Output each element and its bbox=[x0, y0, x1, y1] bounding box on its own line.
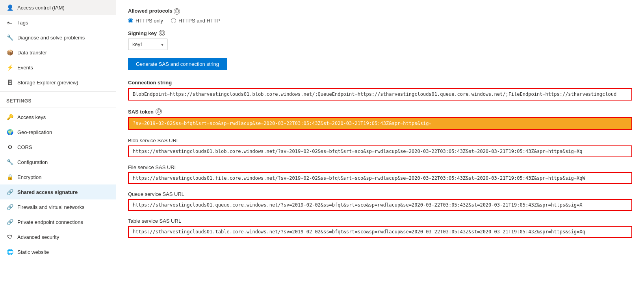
sidebar-item-label: Data transfer bbox=[17, 50, 47, 56]
sidebar-item-geo-replication[interactable]: 🌍 Geo-replication bbox=[0, 125, 116, 140]
sidebar-item-label: Encryption bbox=[17, 174, 41, 180]
https-only-radio[interactable] bbox=[128, 18, 133, 23]
transfer-icon: 📦 bbox=[6, 49, 13, 56]
file-sas-url-section: File service SAS URL bbox=[128, 164, 632, 184]
sidebar-item-label: Private endpoint connections bbox=[17, 219, 83, 225]
events-icon: ⚡ bbox=[6, 64, 13, 71]
queue-sas-url-section: Queue service SAS URL bbox=[128, 191, 632, 211]
sas-token-label: SAS token ⓘ bbox=[128, 108, 632, 115]
sidebar-item-label: Events bbox=[17, 65, 33, 71]
connection-string-input[interactable] bbox=[129, 89, 631, 100]
blob-sas-url-label: Blob service SAS URL bbox=[128, 138, 632, 143]
sidebar-divider-2 bbox=[0, 108, 116, 108]
sidebar-item-label: Access control (IAM) bbox=[17, 5, 65, 11]
sidebar-item-access-control[interactable]: 👤 Access control (IAM) bbox=[0, 0, 116, 15]
file-sas-url-input[interactable] bbox=[129, 173, 631, 183]
sas-token-box bbox=[128, 117, 632, 130]
sidebar-item-label: Storage Explorer (preview) bbox=[17, 80, 78, 86]
file-sas-url-label: File service SAS URL bbox=[128, 164, 632, 170]
blob-sas-url-input[interactable] bbox=[129, 146, 631, 156]
sidebar-item-tags[interactable]: 🏷 Tags bbox=[0, 15, 116, 30]
sidebar-item-cors[interactable]: ⚙ CORS bbox=[0, 140, 116, 155]
table-sas-url-label: Table service SAS URL bbox=[128, 218, 632, 224]
sidebar-item-label: Firewalls and virtual networks bbox=[17, 204, 85, 210]
key-icon: 🔑 bbox=[6, 114, 13, 121]
allowed-protocols-radio-group: HTTPS only HTTPS and HTTP bbox=[128, 18, 632, 24]
main-content: Allowed protocols ⓘ HTTPS only HTTPS and… bbox=[116, 0, 644, 285]
sidebar-item-encryption[interactable]: 🔒 Encryption bbox=[0, 170, 116, 184]
signing-key-info-icon[interactable]: ⓘ bbox=[159, 30, 165, 36]
link-icon: 🔗 bbox=[6, 188, 13, 196]
sidebar-item-private-endpoint[interactable]: 🔗 Private endpoint connections bbox=[0, 214, 116, 229]
sidebar-item-label: Geo-replication bbox=[17, 129, 52, 135]
sidebar-item-label: Diagnose and solve problems bbox=[17, 35, 85, 41]
signing-key-label: Signing key ⓘ bbox=[128, 30, 632, 36]
sidebar-item-firewalls[interactable]: 🔗 Firewalls and virtual networks bbox=[0, 199, 116, 214]
sidebar-divider bbox=[0, 91, 116, 92]
allowed-protocols-label: Allowed protocols ⓘ bbox=[128, 8, 632, 15]
sidebar-item-diagnose[interactable]: 🔧 Diagnose and solve problems bbox=[0, 30, 116, 45]
endpoint-icon: 🔗 bbox=[6, 218, 13, 225]
sas-token-section: SAS token ⓘ bbox=[128, 108, 632, 130]
signing-key-section: Signing key ⓘ key1 key2 ▼ bbox=[128, 30, 632, 50]
tag-icon: 🏷 bbox=[6, 19, 13, 26]
https-only-label: HTTPS only bbox=[135, 18, 163, 24]
connection-string-section: Connection string bbox=[128, 80, 632, 101]
sidebar-item-data-transfer[interactable]: 📦 Data transfer bbox=[0, 45, 116, 60]
sidebar: 👤 Access control (IAM) 🏷 Tags 🔧 Diagnose… bbox=[0, 0, 116, 285]
sidebar-item-label: Configuration bbox=[17, 159, 48, 165]
sidebar-item-label: Tags bbox=[17, 20, 28, 26]
storage-icon: 🗄 bbox=[6, 79, 13, 86]
signing-key-select[interactable]: key1 key2 bbox=[128, 39, 167, 50]
person-icon: 👤 bbox=[6, 4, 13, 11]
sidebar-item-configuration[interactable]: 🔧 Configuration bbox=[0, 155, 116, 170]
allowed-protocols-info-icon[interactable]: ⓘ bbox=[174, 8, 180, 15]
cors-icon: ⚙ bbox=[6, 143, 13, 151]
sidebar-item-label: Shared access signature bbox=[17, 189, 78, 195]
https-and-http-label: HTTPS and HTTP bbox=[178, 18, 220, 24]
signing-key-text: Signing key bbox=[128, 30, 157, 36]
web-icon: 🌐 bbox=[6, 248, 13, 255]
sidebar-item-storage-explorer[interactable]: 🗄 Storage Explorer (preview) bbox=[0, 75, 116, 90]
queue-sas-url-label: Queue service SAS URL bbox=[128, 191, 632, 197]
signing-key-select-wrapper: key1 key2 ▼ bbox=[128, 39, 167, 50]
sidebar-item-advanced-security[interactable]: 🛡 Advanced security bbox=[0, 229, 116, 244]
sidebar-item-label: Advanced security bbox=[17, 234, 59, 240]
sidebar-item-shared-access-signature[interactable]: 🔗 Shared access signature bbox=[0, 184, 116, 199]
settings-section-title: Settings bbox=[0, 93, 116, 106]
generate-sas-button[interactable]: Generate SAS and connection string bbox=[128, 58, 227, 70]
config-icon: 🔧 bbox=[6, 158, 13, 166]
firewall-icon: 🔗 bbox=[6, 203, 13, 210]
lock-icon: 🔒 bbox=[6, 173, 13, 181]
connection-string-label-text: Connection string bbox=[128, 80, 172, 86]
sidebar-item-events[interactable]: ⚡ Events bbox=[0, 60, 116, 75]
queue-sas-url-input[interactable] bbox=[129, 200, 631, 210]
table-sas-url-section: Table service SAS URL bbox=[128, 218, 632, 238]
queue-sas-url-box bbox=[128, 199, 632, 211]
sidebar-item-label: Access keys bbox=[17, 114, 46, 120]
globe-icon: 🌍 bbox=[6, 129, 13, 136]
https-http-radio[interactable] bbox=[171, 18, 176, 23]
shield-icon: 🛡 bbox=[6, 233, 13, 240]
sas-token-info-icon[interactable]: ⓘ bbox=[156, 108, 162, 115]
sidebar-item-static-website[interactable]: 🌐 Static website bbox=[0, 244, 116, 259]
sidebar-item-label: Static website bbox=[17, 249, 49, 255]
wrench-icon: 🔧 bbox=[6, 34, 13, 41]
table-sas-url-box bbox=[128, 226, 632, 238]
file-sas-url-box bbox=[128, 172, 632, 184]
https-only-option[interactable]: HTTPS only bbox=[128, 18, 163, 24]
sas-token-label-text: SAS token bbox=[128, 109, 154, 115]
sidebar-item-label: CORS bbox=[17, 144, 32, 150]
sas-token-input[interactable] bbox=[129, 118, 631, 129]
blob-sas-url-section: Blob service SAS URL bbox=[128, 138, 632, 157]
connection-string-label: Connection string bbox=[128, 80, 632, 86]
table-sas-url-input[interactable] bbox=[129, 227, 631, 237]
sidebar-item-access-keys[interactable]: 🔑 Access keys bbox=[0, 110, 116, 125]
connection-string-box bbox=[128, 88, 632, 101]
blob-sas-url-box bbox=[128, 145, 632, 157]
allowed-protocols-text: Allowed protocols bbox=[128, 8, 173, 14]
https-and-http-option[interactable]: HTTPS and HTTP bbox=[171, 18, 220, 24]
